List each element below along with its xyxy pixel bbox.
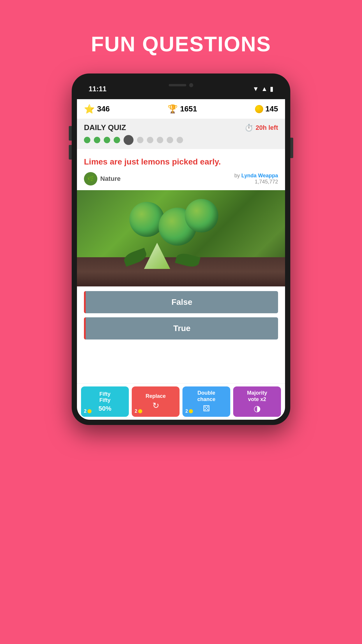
- category-icon: 🌿: [84, 172, 97, 186]
- answer-false-label: False: [171, 298, 192, 307]
- author-score: 1,745,772: [234, 179, 278, 185]
- stars-value: 346: [97, 104, 110, 113]
- power-button: [290, 138, 293, 158]
- speaker: [169, 84, 186, 86]
- progress-dots: [84, 135, 278, 145]
- author-by-label: by: [234, 173, 241, 178]
- powerups-bar: FiftyFifty 50% 2 Replace ↻ 2 Doublechanc…: [77, 383, 285, 420]
- lime-3: [185, 199, 218, 232]
- spacer: [77, 348, 285, 383]
- timer-value: 20h left: [256, 124, 278, 132]
- answer-false-button[interactable]: False: [84, 291, 278, 313]
- question-image: [77, 190, 285, 286]
- majority-vote-icon: ◑: [254, 404, 261, 413]
- progress-dot-5-current: [124, 135, 133, 145]
- timer-icon: ⏱️: [245, 124, 253, 132]
- phone-shell: 11:11 ▼ ▲ ▮ ⭐ 346 🏆 1651 145: [72, 74, 290, 425]
- replace-coin: [138, 409, 142, 413]
- page-title: FUN QUESTIONS: [91, 32, 271, 56]
- double-chance-label: Doublechance: [197, 390, 215, 402]
- trophy-icon: 🏆: [168, 104, 178, 114]
- status-time: 11:11: [89, 85, 106, 93]
- star-icon: ⭐: [84, 104, 95, 114]
- daily-quiz-bar: DAILY QUIZ ⏱️ 20h left: [77, 119, 285, 149]
- answer-true-button[interactable]: True: [84, 317, 278, 340]
- trophy-stat: 🏆 1651: [168, 104, 197, 114]
- answer-true-label: True: [173, 324, 190, 333]
- daily-quiz-header: DAILY QUIZ ⏱️ 20h left: [84, 123, 278, 132]
- replace-count: 2: [135, 409, 142, 414]
- progress-dot-2: [94, 137, 100, 143]
- daily-quiz-title: DAILY QUIZ: [84, 123, 126, 132]
- question-meta: 🌿 Nature by Lynda Weappa 1,745,772: [84, 172, 278, 186]
- double-chance-icon: ⚄: [203, 404, 210, 413]
- signal-icon: ▲: [261, 85, 268, 93]
- fifty-fifty-count: 2: [84, 409, 92, 414]
- replace-button[interactable]: Replace ↻ 2: [132, 386, 180, 417]
- timer-label: ⏱️ 20h left: [245, 124, 278, 132]
- fifty-fifty-icon: 50%: [99, 405, 111, 412]
- progress-dot-4: [114, 137, 120, 143]
- lime-slice: [144, 243, 170, 269]
- coins-stat: 145: [255, 104, 278, 113]
- coin-icon: [255, 105, 263, 113]
- question-text: Limes are just lemons picked early.: [84, 156, 278, 167]
- leaf-2: [175, 252, 201, 269]
- majority-vote-button[interactable]: Majorityvote x2 ◑: [233, 386, 281, 417]
- progress-dot-9: [167, 137, 173, 143]
- double-coin: [189, 409, 193, 413]
- replace-label: Replace: [145, 393, 166, 400]
- status-bar: 11:11 ▼ ▲ ▮: [77, 79, 285, 99]
- fifty-fifty-button[interactable]: FiftyFifty 50% 2: [81, 386, 129, 417]
- progress-dot-7: [147, 137, 153, 143]
- camera: [189, 83, 193, 87]
- progress-dot-1: [84, 137, 90, 143]
- volume-up-button: [69, 126, 72, 141]
- phone-screen: ⭐ 346 🏆 1651 145 DAILY QUIZ ⏱️ 20h left: [77, 99, 285, 420]
- double-chance-count: 2: [185, 409, 193, 414]
- status-icons: ▼ ▲ ▮: [252, 85, 273, 93]
- category-badge: 🌿 Nature: [84, 172, 121, 186]
- battery-icon: ▮: [270, 85, 273, 93]
- progress-dot-6: [137, 137, 143, 143]
- answers-area: False True: [77, 286, 285, 348]
- notch: [161, 82, 201, 89]
- progress-dot-8: [157, 137, 163, 143]
- category-name: Nature: [100, 175, 121, 183]
- lime-group: [77, 190, 285, 286]
- leaf-1: [122, 248, 148, 267]
- app-header: ⭐ 346 🏆 1651 145: [77, 99, 285, 119]
- volume-down-button: [69, 145, 72, 160]
- majority-vote-label: Majorityvote x2: [247, 390, 267, 402]
- author-info: by Lynda Weappa 1,745,772: [234, 173, 278, 185]
- replace-icon: ↻: [152, 401, 159, 410]
- coins-value: 145: [266, 104, 278, 113]
- progress-dot-10: [177, 137, 183, 143]
- wifi-icon: ▼: [252, 85, 259, 93]
- fifty-fifty-label: FiftyFifty: [99, 391, 110, 404]
- stars-stat: ⭐ 346: [84, 104, 110, 114]
- double-chance-button[interactable]: Doublechance ⚄ 2: [182, 386, 230, 417]
- progress-dot-3: [104, 137, 110, 143]
- fifty-fifty-coin: [87, 409, 92, 413]
- author-name: Lynda Weappa: [241, 173, 278, 178]
- question-area: Limes are just lemons picked early. 🌿 Na…: [77, 149, 285, 186]
- trophy-value: 1651: [180, 104, 197, 113]
